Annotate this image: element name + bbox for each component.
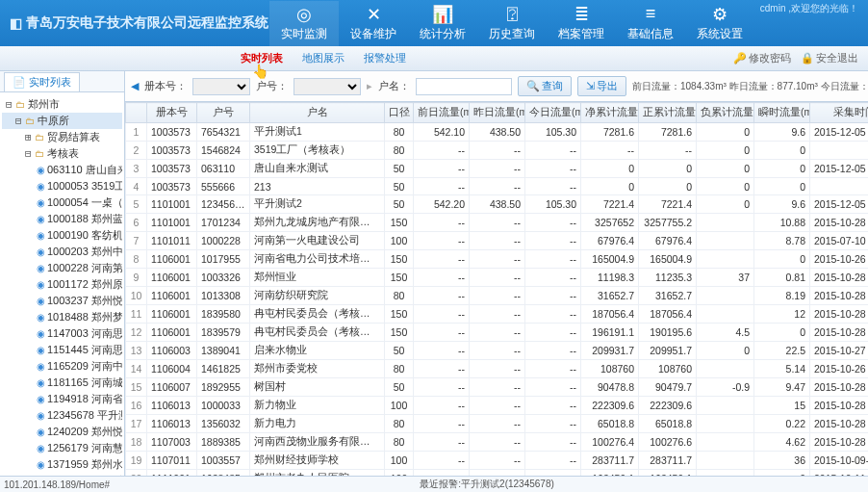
tree-view[interactable]: ⊟🗀郑州市⊟🗀中原所⊞🗀贸易结算表⊟🗀考核表◉063110 唐山自来水◉1000… bbox=[0, 92, 124, 476]
table-row[interactable]: 10 1106001 1013308 河南纺织研究院 80 -- -- -- 3… bbox=[126, 287, 869, 305]
tree-node[interactable]: ◉1240209 郑州悦景 bbox=[2, 424, 122, 440]
column-header[interactable]: 今日流量(m³) bbox=[525, 103, 581, 123]
tree-node[interactable]: ◉1151445 河南思达 bbox=[2, 342, 122, 358]
tree-node[interactable]: ◉1147003 河南思达 bbox=[2, 325, 122, 342]
tree-node[interactable]: ◉1165209 河南中城 bbox=[2, 358, 122, 375]
export-button[interactable]: ⇲ 导出 bbox=[577, 76, 626, 96]
column-header[interactable]: 昨日流量(m³) bbox=[470, 103, 525, 123]
table-row[interactable]: 7 1101011 1000228 河南第一火电建设公司 100 -- -- -… bbox=[126, 232, 869, 250]
tree-node[interactable]: ◉1420459 农行秀成 bbox=[2, 473, 122, 476]
tree-node[interactable]: ◉1000190 客纺机... bbox=[2, 227, 122, 244]
expander-icon[interactable]: ⊟ bbox=[25, 147, 32, 160]
column-header[interactable]: 负累计流量(m bbox=[697, 103, 754, 123]
nav-icon-5: ≡ bbox=[641, 5, 660, 24]
table-row[interactable]: 11 1106001 1839580 冉屯村民委员会（考核表） 150 -- -… bbox=[126, 305, 869, 324]
tree-node[interactable]: ◉1000228 河南第二 bbox=[2, 260, 122, 276]
table-row[interactable]: 4 1003573 555666 213 50 -- -- -- 0 0 0 0… bbox=[126, 178, 869, 195]
book-select[interactable] bbox=[192, 78, 250, 95]
nav-item-0[interactable]: ◎实时监测 bbox=[269, 1, 339, 46]
tree-node[interactable]: ⊟🗀考核表 bbox=[2, 145, 122, 162]
nav-item-6[interactable]: ⚙系统设置 bbox=[685, 1, 754, 46]
table-row[interactable]: 13 1106003 1389041 启来水物业 50 -- -- -- 209… bbox=[126, 342, 869, 360]
column-header[interactable]: 口径 bbox=[385, 103, 414, 123]
table-row[interactable]: 3 1003573 063110 唐山自来水测试 50 -- -- -- 0 0… bbox=[126, 160, 869, 178]
meter-icon: ◉ bbox=[37, 296, 45, 307]
expander-icon[interactable]: ⊟ bbox=[6, 98, 13, 111]
tree-node[interactable]: ◉063110 唐山自来水 bbox=[2, 162, 122, 178]
tree-node[interactable]: ◉1000203 郑州中原 bbox=[2, 244, 122, 260]
nav-icon-2: 📊 bbox=[433, 5, 452, 24]
meter-icon: ◉ bbox=[37, 246, 45, 258]
search-icon: 🔍 bbox=[526, 80, 540, 92]
column-header[interactable]: 采集时间 bbox=[810, 103, 869, 123]
meter-icon: ◉ bbox=[37, 476, 45, 477]
table-row[interactable]: 1 1003573 7654321 平升测试1 80 542.10 438.50… bbox=[126, 123, 869, 142]
tree-node[interactable]: ◉1001172 郑州原景 bbox=[2, 276, 122, 293]
column-header[interactable]: 净累计流量(m bbox=[581, 103, 639, 123]
table-row[interactable]: 6 1101001 1701234 郑州九龙城房地产有限责任公司（1 150 -… bbox=[126, 214, 869, 232]
tree-node[interactable]: ◉1000054 一桌（考 bbox=[2, 194, 122, 211]
tree-node[interactable]: ⊟🗀郑州市 bbox=[2, 96, 122, 113]
subnav-item-1[interactable]: 地图展示 bbox=[293, 47, 354, 69]
expander-icon[interactable]: ⊟ bbox=[15, 115, 22, 127]
book-label: 册本号： bbox=[144, 79, 187, 93]
column-header[interactable]: 瞬时流量(m³/ bbox=[754, 103, 810, 123]
tree-node[interactable]: ◉1018488 郑州梦图 bbox=[2, 309, 122, 325]
meter-icon: ◉ bbox=[37, 197, 45, 209]
nav-item-2[interactable]: 📊统计分析 bbox=[408, 1, 477, 46]
table-row[interactable]: 15 1106007 1892955 树国村 50 -- -- -- 90478… bbox=[126, 378, 869, 397]
meter-icon: ◉ bbox=[37, 459, 45, 471]
tree-node[interactable]: ◉1194918 河南省玉 bbox=[2, 391, 122, 407]
table-row[interactable]: 16 1106013 1000033 新力物业 100 -- -- -- 222… bbox=[126, 397, 869, 415]
folder-icon: 🗀 bbox=[34, 132, 45, 143]
table-row[interactable]: 18 1107003 1889385 河南西茂物业服务有限公司 80 -- --… bbox=[126, 433, 869, 452]
column-header[interactable]: 前日流量(m³) bbox=[414, 103, 470, 123]
subnav-item-0[interactable]: 实时列表 bbox=[231, 47, 293, 69]
collapse-icon[interactable]: ◀ bbox=[131, 80, 139, 92]
nav-item-5[interactable]: ≡基础信息 bbox=[616, 1, 685, 46]
table-row[interactable]: 19 1107011 1003557 郑州财经技师学校 100 -- -- --… bbox=[126, 452, 869, 470]
search-button[interactable]: 🔍 查询 bbox=[518, 76, 572, 96]
logout-link[interactable]: 🔒 安全退出 bbox=[801, 51, 858, 65]
table-row[interactable]: 14 1106004 1461825 郑州市委党校 80 -- -- -- 10… bbox=[126, 360, 869, 378]
footer-url: 101.201.148.189/Home# bbox=[4, 479, 110, 490]
account-select[interactable] bbox=[294, 78, 361, 95]
tree-node[interactable]: ◉12345678 平升测试 bbox=[2, 407, 122, 424]
table-row[interactable]: 12 1106001 1839579 冉屯村民委员会（考核表） 150 -- -… bbox=[126, 324, 869, 342]
column-header[interactable]: 册本号 bbox=[147, 103, 197, 123]
meter-icon: ◉ bbox=[37, 181, 45, 193]
name-input[interactable] bbox=[416, 78, 512, 95]
nav-item-1[interactable]: ✕设备维护 bbox=[339, 1, 408, 46]
tree-node[interactable]: ◉1003237 郑州悦晓 bbox=[2, 293, 122, 309]
data-grid[interactable]: 册本号户号户名口径前日流量(m³)昨日流量(m³)今日流量(m³)净累计流量(m… bbox=[125, 102, 868, 476]
tree-tab[interactable]: 📄 实时列表 bbox=[4, 72, 80, 91]
table-row[interactable]: 2 1003573 1546824 3519工厂（考核表） 80 -- -- -… bbox=[126, 142, 869, 160]
tree-node[interactable]: ◉1256179 河南慧聪 bbox=[2, 440, 122, 456]
expander-icon[interactable]: ⊞ bbox=[25, 131, 32, 143]
folder-icon: 🗀 bbox=[14, 99, 26, 111]
nav-icon-1: ✕ bbox=[364, 5, 383, 24]
tree-node[interactable]: ◉1000188 郑州蓝韵 bbox=[2, 211, 122, 227]
tree-node[interactable]: ◉1000053 3519工 bbox=[2, 178, 122, 194]
table-row[interactable]: 20 1111001 1638485 郑州市老九人民医院 100 -- -- -… bbox=[126, 470, 869, 477]
app-title: ◧ 青岛万安电子技术有限公司远程监控系统 bbox=[0, 14, 269, 32]
column-header[interactable]: 户号 bbox=[197, 103, 250, 123]
key-icon: 🔑 bbox=[733, 52, 747, 65]
tree-node[interactable]: ◉1181165 河南城建 bbox=[2, 375, 122, 391]
column-header[interactable]: 正累计流量(m bbox=[639, 103, 697, 123]
tree-node[interactable]: ⊞🗀贸易结算表 bbox=[2, 129, 122, 145]
table-row[interactable]: 17 1106013 1356032 新力电力 80 -- -- -- 6501… bbox=[126, 415, 869, 433]
tree-node[interactable]: ⊟🗀中原所 bbox=[2, 113, 122, 129]
column-header[interactable]: 户名 bbox=[250, 103, 385, 123]
account-label: 户号： bbox=[256, 79, 288, 93]
nav-item-4[interactable]: ≣档案管理 bbox=[547, 1, 616, 46]
tree-node[interactable]: ◉1371959 郑州水工 bbox=[2, 456, 122, 473]
table-row[interactable]: 8 1106001 1017955 河南省电力公司技术培训中心 150 -- -… bbox=[126, 250, 869, 269]
table-row[interactable]: 5 1101001 12345678 平升测试2 50 542.20 438.5… bbox=[126, 195, 869, 214]
table-row[interactable]: 9 1106001 1003326 郑州恒业 150 -- -- -- 1119… bbox=[126, 269, 869, 287]
subnav-item-2[interactable]: 报警处理 bbox=[354, 47, 416, 69]
column-header[interactable] bbox=[126, 103, 147, 123]
change-password-link[interactable]: 🔑 修改密码 bbox=[733, 51, 791, 65]
nav-item-3[interactable]: ⍰历史查询 bbox=[477, 1, 547, 46]
meter-icon: ◉ bbox=[37, 328, 45, 340]
